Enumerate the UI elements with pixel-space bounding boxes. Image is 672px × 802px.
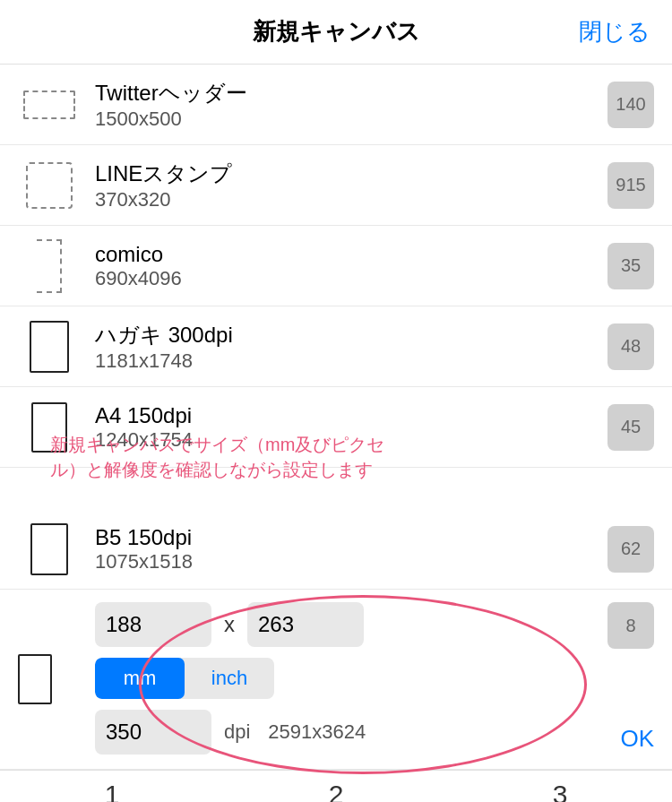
unit-mm-button[interactable]: mm [95, 658, 185, 699]
dpi-row: dpi 2591x3624 [18, 710, 654, 755]
item-size-comico: 690x4096 [95, 267, 607, 290]
dimension-row: x [18, 602, 654, 647]
custom-section-wrapper: 8 x mm inch dpi 2591x3624 OK [0, 590, 672, 770]
x-separator: x [224, 612, 235, 637]
custom-icon-area [18, 654, 52, 704]
item-size-hagaki: 1181x1748 [95, 349, 607, 373]
bottom-tabs: 1 2 3 [0, 770, 672, 802]
list-item-a4-wrapper: A4 150dpi 1240x1754 45 新規キャンバスでサイズ（mm及びピ… [0, 387, 672, 468]
bottom-tab-2[interactable]: 2 [224, 780, 448, 802]
unit-toggle[interactable]: mm inch [95, 658, 274, 699]
ok-button[interactable]: OK [620, 725, 654, 753]
item-name-b5: B5 150dpi [95, 525, 607, 550]
height-input[interactable] [247, 602, 364, 647]
item-badge-hagaki: 48 [607, 323, 654, 370]
tab-num-3: 3 [553, 780, 568, 802]
item-badge-a4: 45 [607, 404, 654, 451]
item-icon-comico [18, 239, 81, 293]
bottom-tab-3[interactable]: 3 [448, 780, 672, 802]
list-item[interactable]: A4 150dpi 1240x1754 45 [0, 387, 672, 468]
dpi-label: dpi [224, 720, 250, 744]
tab-num-2: 2 [329, 780, 344, 802]
page-title: 新規キャンバス [253, 16, 420, 47]
list-item[interactable]: LINEスタンプ 370x320 915 [0, 145, 672, 226]
item-icon-hagaki [18, 321, 81, 373]
item-name-comico: comico [95, 242, 607, 267]
item-badge-b5: 62 [607, 526, 654, 573]
item-name-twitter: Twitterヘッダー [95, 79, 607, 108]
close-button[interactable]: 閉じる [579, 16, 650, 47]
item-icon-custom [18, 654, 52, 704]
bottom-tab-1[interactable]: 1 [0, 780, 224, 802]
custom-size-section: 8 x mm inch dpi 2591x3624 OK [0, 590, 672, 770]
item-size-line: 370x320 [95, 188, 607, 211]
pixel-size: 2591x3624 [268, 720, 366, 744]
item-badge-line: 915 [607, 162, 654, 209]
tab-num-1: 1 [105, 780, 120, 802]
item-size-b5: 1075x1518 [95, 550, 607, 573]
header: 新規キャンバス 閉じる [0, 0, 672, 65]
item-name-hagaki: ハガキ 300dpi [95, 321, 607, 349]
dpi-input[interactable] [95, 710, 211, 755]
item-size-a4: 1240x1754 [95, 428, 607, 452]
item-size-twitter: 1500x500 [95, 108, 607, 131]
width-input[interactable] [95, 602, 211, 647]
list-item[interactable]: ハガキ 300dpi 1181x1748 48 [0, 306, 672, 387]
list-item[interactable]: comico 690x4096 35 [0, 226, 672, 306]
item-icon-a4 [18, 402, 81, 453]
item-icon-b5 [18, 523, 81, 575]
item-icon-twitter [18, 91, 81, 119]
item-badge-custom: 8 [607, 602, 654, 649]
item-icon-line [18, 162, 81, 209]
item-name-a4: A4 150dpi [95, 403, 607, 428]
item-badge-comico: 35 [607, 243, 654, 289]
unit-inch-button[interactable]: inch [185, 658, 274, 699]
list-item[interactable]: B5 150dpi 1075x1518 62 [0, 509, 672, 590]
item-name-line: LINEスタンプ [95, 160, 607, 188]
item-badge-twitter: 140 [607, 82, 654, 128]
list-item[interactable]: Twitterヘッダー 1500x500 140 [0, 65, 672, 145]
